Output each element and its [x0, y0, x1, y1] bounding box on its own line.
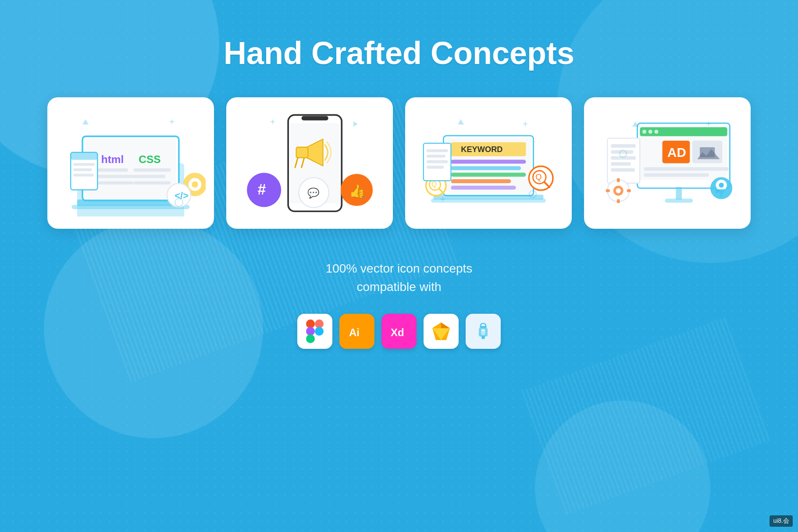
svg-rect-64 [640, 127, 727, 136]
seo-illustration: KEYWORD Q Q [405, 97, 572, 229]
deco-circle-1 [175, 198, 183, 207]
svg-rect-42 [451, 160, 526, 163]
svg-rect-63 [665, 199, 693, 202]
svg-rect-18 [73, 163, 95, 166]
social-media-illustration: # 💬 👍 [226, 97, 393, 229]
svg-rect-17 [71, 153, 97, 160]
advertising-illustration: AD [584, 97, 751, 229]
card-social-media: + + [226, 97, 393, 229]
svg-rect-62 [676, 187, 682, 199]
deco-triangle-1 [82, 119, 89, 124]
svg-rect-2 [85, 139, 176, 198]
deco-plus-3: + [361, 192, 367, 202]
subtitle-line2: compatible with [357, 280, 442, 294]
svg-point-67 [654, 130, 658, 134]
main-content: Hand Crafted Concepts + html CSS [0, 0, 798, 349]
svg-rect-80 [611, 168, 635, 171]
deco-plus-5: + [440, 195, 445, 205]
svg-rect-9 [133, 175, 165, 178]
deco-plus-1: + [169, 117, 175, 127]
svg-text:AD: AD [667, 145, 686, 159]
svg-text:Q: Q [431, 181, 437, 188]
svg-text:Xd: Xd [391, 326, 404, 338]
card-web-dev: + html CSS [47, 97, 214, 229]
deco-play-1 [353, 121, 358, 127]
svg-rect-45 [451, 179, 511, 183]
svg-rect-87 [627, 189, 631, 192]
svg-point-66 [648, 130, 652, 134]
svg-rect-20 [73, 174, 93, 176]
deco-plus-6: + [706, 119, 711, 129]
svg-rect-79 [611, 162, 631, 166]
page-title: Hand Crafted Concepts [224, 35, 574, 71]
svg-rect-56 [427, 149, 448, 152]
web-dev-illustration: html CSS [47, 97, 214, 229]
svg-rect-25 [302, 116, 328, 121]
svg-text:💬: 💬 [307, 187, 320, 199]
svg-rect-105 [480, 326, 487, 328]
cards-row: + html CSS [30, 97, 768, 229]
card-advertising: + AD [584, 97, 751, 229]
svg-rect-44 [451, 173, 526, 177]
svg-point-83 [616, 188, 621, 193]
xd-icon-button[interactable]: Xd [381, 314, 417, 349]
svg-rect-46 [451, 185, 516, 189]
svg-rect-95 [306, 334, 315, 343]
svg-text:CSS: CSS [139, 153, 160, 165]
svg-text:KEYWORD: KEYWORD [461, 145, 502, 154]
svg-text:Q: Q [535, 172, 542, 181]
card-seo: + + KEYWORD [405, 97, 572, 229]
deco-triangle-2 [458, 119, 464, 124]
deco-circle-3 [619, 150, 627, 158]
svg-rect-85 [617, 199, 620, 203]
figma-icon-button[interactable] [297, 314, 332, 349]
svg-rect-84 [617, 178, 620, 182]
svg-point-109 [481, 329, 485, 335]
svg-rect-57 [427, 155, 445, 158]
svg-rect-19 [73, 168, 92, 171]
bg-circle-4 [535, 401, 710, 532]
svg-rect-74 [644, 173, 709, 177]
svg-rect-12 [72, 205, 190, 209]
svg-point-65 [642, 130, 646, 134]
svg-rect-10 [133, 181, 171, 184]
svg-text:#: # [258, 181, 266, 198]
svg-point-90 [719, 182, 723, 187]
svg-rect-43 [451, 166, 521, 170]
svg-text:html: html [101, 153, 124, 165]
watermark: ui8.会 [770, 515, 793, 527]
deco-circle-2 [529, 190, 537, 198]
app-icons-row: Ai Xd [297, 314, 501, 349]
svg-rect-27 [296, 147, 308, 157]
svg-rect-59 [427, 166, 444, 169]
svg-rect-8 [133, 168, 171, 171]
deco-plus-4: + [523, 119, 528, 129]
svg-rect-73 [644, 167, 729, 170]
craftwork-icon-button[interactable] [466, 314, 501, 349]
svg-point-15 [192, 181, 198, 188]
subtitle-line1: 100% vector icon concepts [326, 262, 473, 275]
svg-rect-58 [427, 160, 448, 163]
deco-play-2 [716, 188, 720, 194]
deco-plus-2: + [270, 117, 275, 127]
svg-rect-76 [611, 144, 636, 148]
deco-triangle-3 [632, 121, 638, 127]
svg-point-108 [481, 336, 485, 339]
subtitle: 100% vector icon concepts compatible wit… [326, 259, 473, 296]
svg-rect-86 [606, 189, 610, 192]
svg-text:Ai: Ai [349, 326, 360, 338]
svg-point-96 [315, 327, 324, 336]
svg-rect-39 [431, 199, 546, 202]
sketch-icon-button[interactable] [424, 314, 459, 349]
illustrator-icon-button[interactable]: Ai [339, 314, 374, 349]
